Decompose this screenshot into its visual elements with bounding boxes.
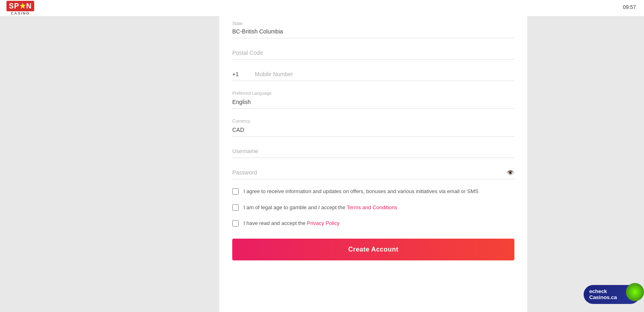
preferred-language-value[interactable]: English	[232, 97, 514, 107]
sidebar-left	[0, 16, 219, 312]
password-field-group: 👁️	[232, 164, 514, 179]
echeck-green-bubble	[626, 283, 644, 301]
password-input[interactable]	[232, 168, 506, 177]
state-field-group: State BC-British Columbia	[232, 16, 514, 38]
state-value: BC-British Columbia	[232, 27, 514, 36]
phone-field-group: +1	[232, 66, 514, 81]
preferred-language-field-group: Preferred Language English	[232, 87, 514, 109]
form-container: State BC-British Columbia +1 Preferred L…	[219, 16, 527, 260]
terms-link[interactable]: Terms and Conditions	[347, 204, 397, 210]
postal-code-field-group	[232, 45, 514, 60]
center-panel: State BC-British Columbia +1 Preferred L…	[219, 16, 527, 312]
username-input[interactable]	[232, 146, 514, 156]
checkbox-offers[interactable]	[232, 188, 239, 195]
logo: SP★N CASINO	[6, 1, 34, 15]
echeck-line1: echeck	[589, 288, 617, 295]
postal-code-input[interactable]	[232, 48, 514, 58]
time-display: 09:57	[623, 4, 636, 10]
username-field-group	[232, 143, 514, 158]
echeck-logo-inner: echeck Casinos.ca	[584, 285, 640, 304]
privacy-link[interactable]: Privacy Policy	[307, 220, 340, 226]
echeck-casinos-logo: echeck Casinos.ca	[584, 285, 640, 304]
create-account-button[interactable]: Create Account	[232, 239, 514, 260]
mobile-number-input[interactable]	[255, 69, 514, 79]
top-bar: SP★N CASINO 09:57	[0, 0, 644, 16]
phone-prefix: +1	[232, 71, 248, 77]
echeck-line2: Casinos.ca	[589, 294, 617, 301]
preferred-language-label: Preferred Language	[232, 91, 514, 96]
currency-label: Currency	[232, 119, 514, 123]
echeck-logo-text: echeck Casinos.ca	[589, 288, 617, 301]
checkbox-privacy-text-before: I have read and accept the	[244, 220, 307, 226]
casino-label: CASINO	[11, 11, 30, 15]
checkbox-privacy-label: I have read and accept the Privacy Polic…	[244, 219, 339, 227]
currency-field-group: Currency CAD	[232, 115, 514, 137]
logo-star: ★	[19, 2, 26, 10]
checkbox-privacy[interactable]	[232, 220, 239, 227]
checkbox-offers-group: I agree to receive information and updat…	[232, 187, 514, 196]
currency-value[interactable]: CAD	[232, 125, 514, 135]
checkbox-privacy-group: I have read and accept the Privacy Polic…	[232, 219, 514, 227]
spin-logo-text: SP★N	[6, 1, 34, 11]
checkbox-terms-label: I am of legal age to gamble and I accept…	[244, 204, 397, 212]
checkbox-offers-label: I agree to receive information and updat…	[244, 187, 479, 196]
checkbox-terms-group: I am of legal age to gamble and I accept…	[232, 204, 514, 212]
main-layout: State BC-British Columbia +1 Preferred L…	[0, 16, 644, 312]
toggle-password-icon[interactable]: 👁️	[506, 169, 514, 177]
sidebar-right: echeck Casinos.ca	[527, 16, 644, 312]
checkbox-terms[interactable]	[232, 204, 239, 211]
checkbox-terms-text-before: I am of legal age to gamble and I accept…	[244, 204, 347, 210]
state-label-partial: State	[232, 19, 243, 26]
